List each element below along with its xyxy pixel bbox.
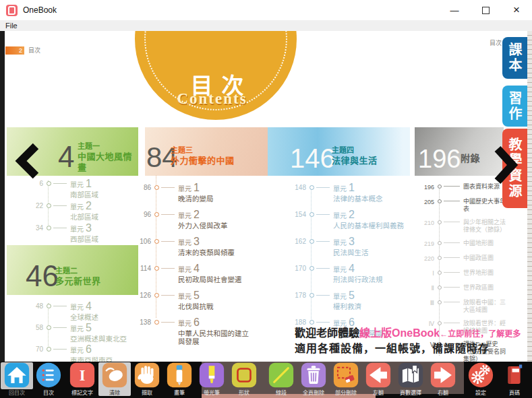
toc-item[interactable]: Ⅱ 世界政區圖: [417, 284, 508, 293]
bullet-ring-icon: [154, 293, 159, 298]
toc-item[interactable]: 138 單元6 中華人民共和國的建立與發展: [134, 317, 255, 343]
toolbar-button-page-right[interactable]: 右翻: [427, 362, 459, 396]
toolbar-button-page-number[interactable]: 頁碼: [498, 362, 531, 396]
promo-lead: 歡迎老師體驗: [295, 327, 359, 339]
section-banner-theme4[interactable]: 146 主題四 法律與生活: [268, 127, 410, 176]
section-banner-theme3[interactable]: 84 主題三 外力衝擊的中國: [145, 127, 268, 176]
unit-number: 4: [86, 300, 92, 312]
partial-erase-icon: [333, 362, 359, 388]
section-page-number: 4: [58, 142, 74, 172]
toolbar-label: 線段: [276, 389, 287, 396]
arrow-left-icon: [365, 362, 391, 388]
eraser-icon: [102, 362, 127, 388]
bullet-ring-icon: [47, 347, 51, 352]
toolbar-label: 畫筆: [174, 389, 185, 396]
toc-item[interactable]: 170 單元4 刑法與行政法規: [289, 263, 404, 290]
toolbar-button-toc[interactable]: 目次: [32, 362, 65, 396]
toc-item[interactable]: Ⅰ 世界地形圖: [417, 269, 508, 278]
promo-action[interactable]: ←立即前往，了解更多: [440, 329, 521, 339]
next-page-button[interactable]: [493, 145, 519, 187]
toc-item[interactable]: Ⅲ 放眼看中國：三大區域圖: [417, 299, 508, 314]
previous-page-button[interactable]: [15, 143, 40, 182]
toolbar-button-pen[interactable]: 畫筆: [163, 362, 196, 396]
connector-line: [316, 214, 330, 215]
toc-item[interactable]: 114 單元4 民初政局與社會變遷: [134, 263, 255, 290]
close-button[interactable]: ×: [501, 0, 532, 20]
toolbar-button-partial-delete[interactable]: 部分刪除: [330, 362, 362, 396]
toc-item[interactable]: 162 單元3 民法與生活: [289, 236, 404, 263]
toc-item[interactable]: 22 單元2 北部區域: [26, 200, 98, 222]
toolbar-button-delete-page[interactable]: 全頁刪除: [297, 362, 330, 396]
toolbar-button-highlighter[interactable]: 螢光筆: [196, 362, 228, 396]
connector-line: [161, 268, 175, 269]
toolbar-button-shape[interactable]: 形狀: [228, 362, 260, 396]
toc-item[interactable]: 178 單元5 權利救濟: [289, 290, 404, 317]
page-header-label: 目次: [490, 38, 502, 47]
toolbar-label: 標記文字: [71, 389, 93, 396]
toolbar-button-capture[interactable]: 擷取: [131, 362, 163, 396]
section-title-block: 主題四 法律與生活: [332, 146, 378, 166]
menu-file[interactable]: File: [5, 22, 18, 30]
trash-icon: [301, 362, 326, 388]
toolbar-button-erase[interactable]: 清除: [98, 362, 131, 396]
toolbar-button-page-left[interactable]: 左翻: [362, 362, 394, 396]
connector-line: [161, 214, 175, 215]
toc-item[interactable]: 210 與少年相關之法律條文（節錄）: [417, 219, 508, 234]
unit-word: 單元: [333, 239, 347, 246]
unit-text: 單元4 民初政局與社會變遷: [178, 263, 242, 284]
promo-banner: 歡迎老師體驗線上版OneBook←立即前往，了解更多 適用各種設備，一組帳號，備…: [295, 326, 521, 356]
unit-subtitle: 北部區域: [70, 213, 98, 221]
unit-number: 1: [194, 182, 200, 193]
tab-textbook[interactable]: 課本: [502, 37, 527, 79]
section-title: 中國大地風情畫: [78, 152, 138, 174]
minimize-button[interactable]: —: [439, 0, 470, 20]
unit-word: 單元: [70, 181, 84, 189]
unit-word: 單元: [333, 293, 347, 300]
toc-item[interactable]: 126 單元5 北伐與抗戰: [134, 290, 255, 317]
toolbar-button-home[interactable]: 回目次: [1, 362, 33, 396]
toc-item[interactable]: 86 單元1 晚清的變局: [134, 182, 255, 209]
toc-item[interactable]: 219 中國地形圖: [417, 240, 508, 248]
toc-item[interactable]: 48 單元4 全球概述: [26, 300, 127, 322]
toolbar-button-line[interactable]: 線段: [265, 362, 297, 396]
connector-line: [53, 327, 67, 328]
unit-text: 單元6 中華人民共和國的建立與發展: [178, 317, 255, 346]
toolbar-button-settings[interactable]: 設定: [465, 362, 497, 396]
appendix-label: 與少年相關之法律條文（節錄）: [463, 219, 508, 234]
onebook-window: OneBook — × File 2 目次 目次 目次 Contents 4 主…: [0, 0, 532, 398]
appendix-label: 中國歷史大事年表: [463, 198, 508, 213]
toc-item[interactable]: 106 單元3 清末的衰頹與傾覆: [134, 236, 255, 263]
toolbar-button-page-select[interactable]: 頁數選擇: [394, 362, 427, 396]
promo-link[interactable]: 線上版OneBook: [359, 327, 440, 339]
item-page-number: 162: [289, 238, 306, 245]
unit-text: 單元5 北伐與抗戰: [178, 290, 214, 310]
bottom-toolbar: 回目次 目次 I 標記文字 清除 擷取 畫筆 螢光筆 形狀: [0, 362, 532, 398]
bullet-ring-icon: [154, 185, 159, 190]
toc-item[interactable]: 34 單元3 西部區域: [26, 222, 98, 244]
tab-workbook[interactable]: 習作: [502, 86, 527, 127]
unit-word: 單元: [333, 185, 347, 193]
section-banner-appendix[interactable]: 196 附錄: [415, 127, 504, 176]
connector-line: [316, 268, 330, 269]
toc-item[interactable]: 148 單元1 法律的基本概念: [289, 182, 404, 209]
item-page-number: 170: [289, 265, 306, 272]
toc-item[interactable]: 220 中國政區圖: [417, 255, 508, 263]
toc-item[interactable]: 58 單元5 亞洲概述與東北亞: [26, 322, 127, 343]
toolbar-label: 頁數選擇: [400, 389, 421, 396]
bullet-ring-icon: [154, 212, 159, 217]
toc-item[interactable]: 154 單元2 人民的基本權利與義務: [289, 209, 404, 236]
section-banner-theme2[interactable]: 46 主題二 多元新世界: [7, 245, 138, 295]
toolbar-label: 清除: [109, 389, 120, 396]
toc-item[interactable]: 205 中國歷史大事年表: [417, 198, 508, 213]
toc-item[interactable]: 96 單元2 外力入侵與改革: [134, 209, 255, 236]
connector-line: [161, 295, 175, 296]
hand-icon: [134, 362, 160, 388]
toolbar-label: 擷取: [142, 389, 152, 396]
toolbar-button-text-marker[interactable]: I 標記文字: [66, 362, 98, 396]
item-page-number: 220: [417, 255, 434, 262]
unit-subtitle: 清末的衰頹與傾覆: [178, 248, 235, 257]
item-page-number: 210: [417, 220, 434, 226]
maximize-button[interactable]: [470, 0, 501, 20]
toc-item[interactable]: 70 單元6 東南亞與南亞: [26, 343, 127, 362]
appendix-label: 放眼看中國：三大區域圖: [463, 299, 508, 314]
